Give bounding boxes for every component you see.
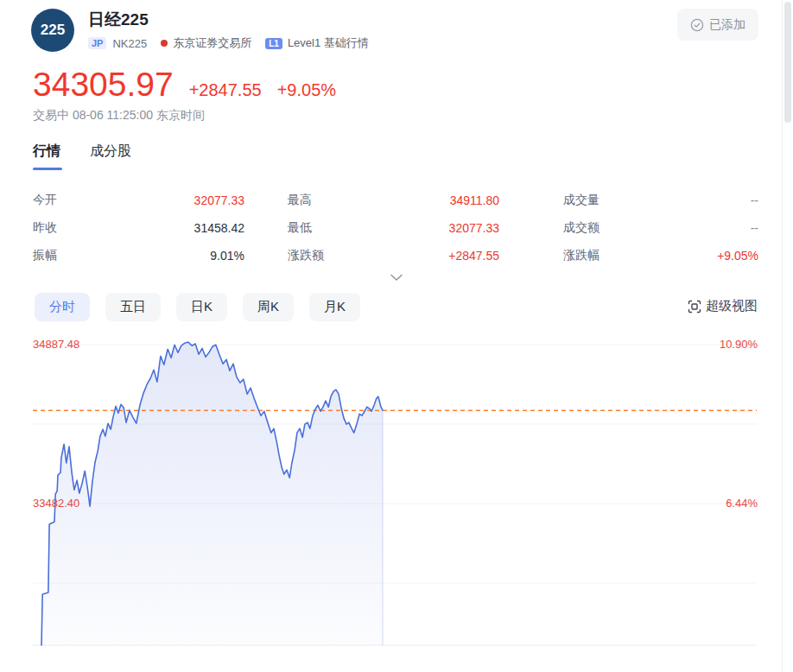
period-weekly-k[interactable]: 周K: [243, 293, 294, 321]
stat-value: +9.05%: [717, 249, 758, 263]
tab-bar: 行情 成分股: [33, 143, 131, 170]
stats-column-3: 成交量 -- 成交额 -- 涨跌幅 +9.05%: [563, 187, 758, 269]
stat-label: 今开: [33, 193, 57, 208]
market-status-dot-icon: [161, 40, 168, 47]
stat-value: --: [751, 221, 758, 235]
tab-constituents[interactable]: 成分股: [90, 143, 131, 170]
stat-value: 32077.33: [194, 193, 244, 207]
added-button-label: 已添加: [709, 17, 745, 33]
symbol-subrow: JP NK225 东京证券交易所 L1 Level1 基础行情: [88, 35, 677, 51]
period-5day[interactable]: 五日: [105, 293, 161, 321]
expand-stats-button[interactable]: [0, 266, 793, 288]
stat-row-volume: 成交量 --: [563, 187, 758, 214]
stat-row-open: 今开 32077.33: [33, 187, 244, 214]
symbol-code: NK225: [112, 37, 147, 50]
period-daily-k[interactable]: 日K: [176, 293, 227, 321]
stat-value: +2847.55: [448, 249, 499, 263]
chart-period-bar: 分时 五日 日K 周K 月K: [35, 293, 360, 321]
trading-status: 交易中 08-06 11:25:00 东京时间: [33, 108, 205, 124]
y-axis-pct-label-mid: 6.44%: [726, 498, 758, 510]
level-badge: L1: [265, 38, 282, 49]
header-main: 日经225 JP NK225 东京证券交易所 L1 Level1 基础行情: [88, 9, 677, 51]
chart-canvas[interactable]: [0, 335, 793, 672]
stat-value: 9.01%: [210, 249, 244, 263]
quote-block: 34305.97 +2847.55 +9.05%: [33, 66, 336, 104]
period-intraday[interactable]: 分时: [35, 293, 90, 321]
last-price: 34305.97: [33, 66, 174, 104]
y-axis-pct-label-top: 10.90%: [720, 339, 758, 351]
price-change: +2847.55: [189, 80, 262, 100]
page-title: 日经225: [88, 9, 677, 31]
stat-label: 涨跌幅: [563, 248, 600, 263]
quote-page: 225 日经225 JP NK225 东京证券交易所 L1 Level1 基础行…: [0, 0, 793, 672]
stat-label: 最高: [288, 193, 312, 208]
stat-label: 振幅: [33, 248, 57, 263]
super-view-label: 超级视图: [706, 298, 758, 314]
super-view-button[interactable]: 超级视图: [688, 298, 758, 314]
added-to-watchlist-button[interactable]: 已添加: [677, 9, 758, 41]
stat-label: 成交量: [563, 193, 600, 208]
stat-row-prev-close: 昨收 31458.42: [33, 214, 244, 242]
expand-view-icon: [688, 300, 701, 314]
stat-value: 31458.42: [194, 221, 244, 235]
stat-row-low: 最低 32077.33: [288, 214, 499, 242]
scrollbar-thumb[interactable]: [784, 2, 791, 123]
y-axis-price-label-mid: 33482.40: [33, 498, 79, 510]
stats-column-1: 今开 32077.33 昨收 31458.42 振幅 9.01%: [33, 187, 244, 269]
tab-quotes[interactable]: 行情: [33, 143, 60, 170]
stat-value: 34911.80: [450, 193, 499, 207]
intraday-chart: 34887.48 10.90% 33482.40 6.44%: [0, 335, 793, 672]
header: 225 日经225 JP NK225 东京证券交易所 L1 Level1 基础行…: [31, 9, 758, 52]
check-circle-icon: [690, 18, 704, 32]
symbol-avatar: 225: [31, 9, 74, 52]
price-change-pct: +9.05%: [277, 80, 336, 100]
stats-grid: 今开 32077.33 昨收 31458.42 振幅 9.01% 最高 3491…: [33, 187, 758, 269]
stats-column-2: 最高 34911.80 最低 32077.33 涨跌额 +2847.55: [288, 187, 499, 269]
price-area-fill: [41, 342, 383, 645]
scrollbar[interactable]: [782, 0, 793, 672]
stat-row-high: 最高 34911.80: [288, 187, 499, 214]
chevron-down-icon: [390, 273, 403, 282]
stat-label: 涨跌额: [288, 248, 324, 263]
stat-value: --: [751, 193, 758, 207]
stat-label: 最低: [288, 220, 312, 236]
stat-value: 32077.33: [449, 221, 499, 235]
exchange-name: 东京证券交易所: [173, 35, 251, 51]
y-axis-price-label-top: 34887.48: [33, 339, 79, 351]
stat-label: 昨收: [33, 220, 57, 236]
quote-level-label: Level1 基础行情: [288, 35, 369, 51]
period-monthly-k[interactable]: 月K: [309, 293, 360, 321]
stat-row-turnover: 成交额 --: [563, 214, 758, 242]
market-flag-badge: JP: [88, 37, 106, 49]
stat-label: 成交额: [563, 220, 600, 236]
